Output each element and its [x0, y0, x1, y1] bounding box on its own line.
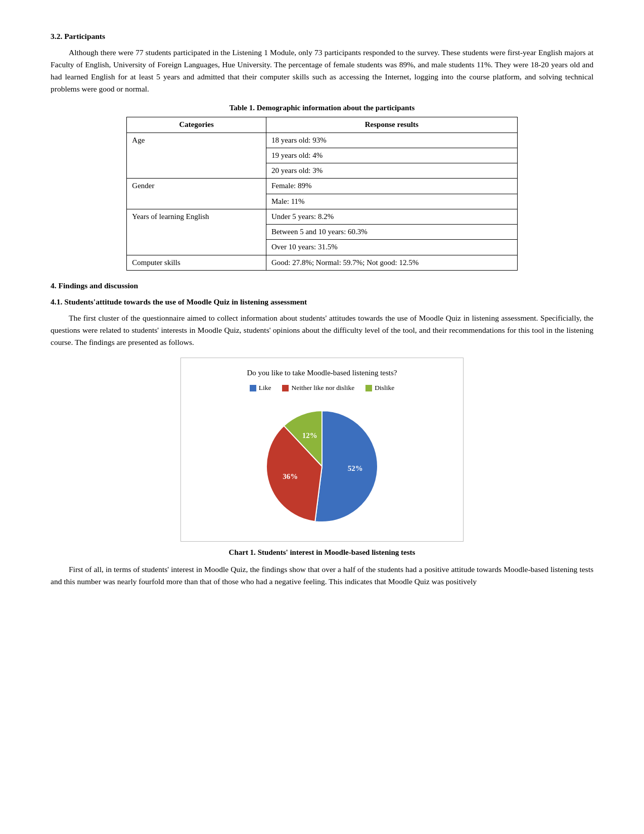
table-cell-response: 20 years old: 3% — [266, 163, 517, 179]
table-cell-response: 19 years old: 4% — [266, 148, 517, 163]
chart1-caption-rest: Students' interest in Moodle-based liste… — [256, 548, 416, 556]
pie-chart-svg: 52%36%12% — [246, 401, 398, 532]
table-cell-category: Years of learning English — [127, 209, 266, 255]
table1-col-responses: Response results — [266, 117, 517, 133]
legend-item: Like — [250, 383, 271, 393]
table1-caption: Table 1. Demographic information about t… — [51, 102, 593, 114]
pie-label: 12% — [302, 431, 317, 440]
table-cell-response: Under 5 years: 8.2% — [266, 209, 517, 224]
table-cell-response: 18 years old: 93% — [266, 133, 517, 148]
table1-caption-bold: Table 1. — [229, 104, 255, 112]
legend-color-box — [365, 385, 372, 391]
table-row: Years of learning EnglishUnder 5 years: … — [127, 209, 517, 224]
table1: Categories Response results Age18 years … — [126, 117, 517, 271]
legend-item: Dislike — [365, 383, 394, 393]
table-cell-response: Over 10 years: 31.5% — [266, 240, 517, 255]
table-cell-response: Female: 89% — [266, 179, 517, 194]
table-cell-response: Male: 11% — [266, 194, 517, 209]
pie-segment — [315, 411, 378, 522]
section-41-paragraph1: The first cluster of the questionnaire a… — [51, 312, 593, 348]
section-41-heading: 4.1. Students'attitude towards the use o… — [51, 296, 593, 308]
section-4-heading: 4. Findings and discussion — [51, 280, 593, 292]
legend-item: Neither like nor dislike — [282, 383, 354, 393]
legend-label: Like — [259, 383, 271, 393]
table-cell-response: Between 5 and 10 years: 60.3% — [266, 225, 517, 240]
section-41: 4.1. Students'attitude towards the use o… — [51, 296, 593, 348]
legend-label: Neither like nor dislike — [291, 383, 354, 393]
chart1-caption-bold: Chart 1. — [229, 548, 256, 556]
section-4: 4. Findings and discussion — [51, 280, 593, 292]
pie-label: 36% — [283, 472, 298, 480]
table-cell-category: Gender — [127, 179, 266, 209]
chart1-caption: Chart 1. Students' interest in Moodle-ba… — [51, 547, 593, 558]
table1-header-row: Categories Response results — [127, 117, 517, 133]
table1-caption-rest: Demographic information about the partic… — [255, 104, 415, 112]
legend-label: Dislike — [375, 383, 394, 393]
section-41-paragraph2: First of all, in terms of students' inte… — [51, 563, 593, 588]
chart1-legend: LikeNeither like nor dislikeDislike — [191, 383, 453, 393]
legend-color-box — [282, 385, 289, 391]
chart1-title: Do you like to take Moodle-based listeni… — [191, 367, 453, 379]
table-cell-category: Age — [127, 133, 266, 179]
table-row: GenderFemale: 89% — [127, 179, 517, 194]
section-32-heading: 3.2. Participants — [51, 30, 593, 42]
table-cell-response: Good: 27.8%; Normal: 59.7%; Not good: 12… — [266, 255, 517, 270]
table1-col-categories: Categories — [127, 117, 266, 133]
table-row: Age18 years old: 93% — [127, 133, 517, 148]
table-cell-category: Computer skills — [127, 255, 266, 270]
pie-label: 52% — [348, 464, 363, 472]
chart1-pie: 52%36%12% — [191, 401, 453, 532]
legend-color-box — [250, 385, 256, 391]
table-row: Computer skillsGood: 27.8%; Normal: 59.7… — [127, 255, 517, 270]
section-32-paragraph1: Although there were 77 students particip… — [51, 47, 593, 95]
section-32: 3.2. Participants Although there were 77… — [51, 30, 593, 95]
chart1-container: Do you like to take Moodle-based listeni… — [180, 358, 464, 542]
